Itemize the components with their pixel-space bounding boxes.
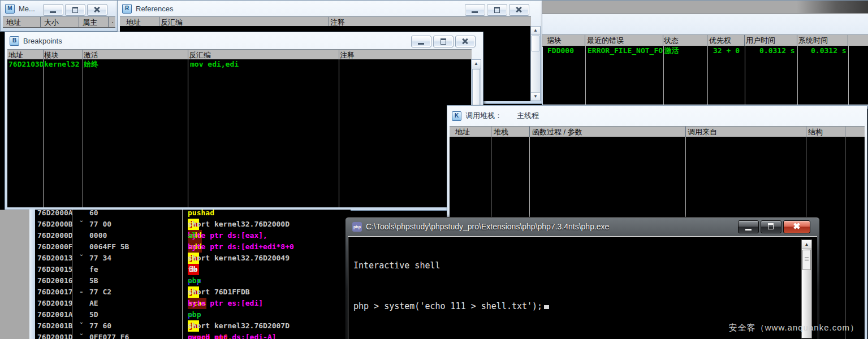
column-header[interactable]: 堆栈 <box>494 127 508 137</box>
call-stack-thread-name: 主线程 <box>517 111 539 121</box>
column-header[interactable]: 优先权 <box>709 36 731 46</box>
table-cell: 始终 <box>84 60 98 69</box>
table-row[interactable]: FDD000ERROR_FILE_NOT_FO激活32 + 00.0312 s0… <box>543 46 868 55</box>
table-cell: ERROR_FILE_NOT_FO <box>588 46 663 55</box>
call-stack-window-title: 调用堆栈： <box>465 111 502 121</box>
column-divider <box>685 127 686 137</box>
column-header[interactable]: 函数过程 / 参数 <box>532 127 582 137</box>
disasm-address: 76D2001B <box>37 320 73 332</box>
column-divider <box>845 127 845 137</box>
disasm-address: 76D2000B <box>37 219 73 230</box>
column-header[interactable]: 最近的错误 <box>587 36 624 46</box>
references-scrollbar[interactable]: ▲ ▼ <box>530 26 541 101</box>
column-header[interactable]: 结构 <box>808 127 823 137</box>
maximize-button[interactable] <box>65 4 85 16</box>
scrollbar-thumb[interactable] <box>472 69 480 110</box>
disasm-row[interactable]: 76D20017-77 C2ja short 76D1FFDB <box>35 286 351 298</box>
column-divider <box>707 35 707 46</box>
disasm-address: 76D20016 <box>37 275 73 286</box>
scroll-up-icon[interactable]: ▲ <box>802 240 811 249</box>
minimize-button[interactable] <box>738 220 759 233</box>
column-header[interactable]: 地址 <box>455 127 470 137</box>
maximize-button[interactable] <box>487 4 507 16</box>
scroll-up-icon[interactable]: ▲ <box>472 60 481 68</box>
disasm-row[interactable]: 76D2000Bˇ77 00ja short kernel32.76D2000D <box>35 219 351 230</box>
references-window-title: References <box>136 5 173 13</box>
column-header[interactable]: 调用来自 <box>688 127 717 137</box>
jump-direction-mark: ˇ <box>79 219 84 230</box>
threads-content[interactable]: FDD000ERROR_FILE_NOT_FO激活32 + 00.0312 s0… <box>543 46 868 105</box>
console-output: Interactive shell php > system('echo 111… <box>353 240 797 332</box>
disasm-row[interactable]: 76D2001Dˇ0FE077 F6pavgb mm6,qword ptr ds… <box>35 332 351 339</box>
column-header[interactable]: 属主 <box>83 18 97 28</box>
table-row[interactable]: 76D2103Dkernel32始终mov edi,edi <box>7 60 472 69</box>
close-button[interactable] <box>783 220 810 233</box>
disasm-row[interactable]: 76D2000F0064FF 5Badd byte ptr ds:[edi+ed… <box>35 241 351 253</box>
maximize-icon <box>72 7 78 13</box>
disasm-hexdump: 60 <box>89 210 98 219</box>
table-cell: FDD000 <box>547 46 574 55</box>
maximize-button[interactable] <box>761 220 781 233</box>
column-header[interactable]: 大小 <box>44 18 59 28</box>
references-window-controls <box>465 4 529 16</box>
disasm-row[interactable]: 76D2001A5Dpop ebp <box>35 309 351 320</box>
console-prompt-line[interactable]: php > system('echo 111 > shell.txt'); <box>353 301 797 311</box>
scrollbar-thumb[interactable] <box>802 250 811 270</box>
disasm-hexdump: 5D <box>89 309 98 320</box>
close-icon <box>96 6 98 13</box>
column-divider <box>40 17 41 27</box>
column-header[interactable]: 用户时间 <box>746 36 775 46</box>
column-divider <box>663 35 663 46</box>
close-button[interactable] <box>87 4 107 16</box>
minimize-button[interactable] <box>43 4 63 16</box>
instruction-token: byte ptr es:[edi] <box>188 298 263 309</box>
scroll-down-icon[interactable]: ▼ <box>531 92 540 101</box>
minimize-button[interactable] <box>465 4 485 16</box>
column-divider <box>585 35 585 46</box>
table-cell: 激活 <box>664 46 679 55</box>
scroll-up-icon[interactable]: ▲ <box>531 27 540 35</box>
breakpoints-window: B Breakpoints 地址模块激活反汇编注释 76D2103Dkernel… <box>5 32 483 211</box>
disasm-row[interactable]: 76D2001Bˇ77 60ja short kernel32.76D2007D <box>35 320 351 332</box>
maximize-button[interactable] <box>433 36 454 47</box>
table-cell: kernel32 <box>44 60 80 69</box>
disassembly-view[interactable]: 76D2000A60pushad76D2000Bˇ77 00ja short k… <box>35 210 351 339</box>
minimize-icon <box>745 229 752 231</box>
column-header[interactable]: 状态 <box>664 36 679 46</box>
disasm-row[interactable]: 76D2000D0000add byte ptr ds:[eax],al <box>35 230 351 241</box>
disasm-hexdump: 77 60 <box>89 320 111 332</box>
references-window-icon: R <box>122 4 132 14</box>
instruction-token: short 76D1FFDB <box>188 286 250 298</box>
call-stack-window-titlebar[interactable]: K 调用堆栈： 主线程 <box>447 106 867 126</box>
memory-window-controls <box>43 4 107 16</box>
instruction-token: al <box>188 230 197 241</box>
disasm-address: 76D2000F <box>37 241 73 253</box>
disasm-row[interactable]: 76D200165Bpop ebx <box>35 275 351 286</box>
debugger-desktop: { "watermark": "安全客（www.anquanke.com）", … <box>0 0 868 339</box>
cpu-window-border <box>29 210 35 339</box>
disasm-row[interactable]: 76D20013ˇ77 34ja short kernel32.76D20049 <box>35 253 351 264</box>
column-header[interactable]: · <box>111 18 114 26</box>
column-header[interactable]: 系统时间 <box>798 36 828 46</box>
disasm-row[interactable]: 76D20019AEscas byte ptr es:[edi] <box>35 298 351 309</box>
minimize-icon <box>472 11 478 13</box>
column-divider <box>797 35 797 46</box>
breakpoints-window-icon: B <box>10 36 19 46</box>
disasm-hexdump: 77 C2 <box>89 286 111 298</box>
minimize-button[interactable] <box>411 36 431 47</box>
column-header[interactable]: 据块 <box>547 36 562 46</box>
console-window-title[interactable]: C:\Tools\phpstudy\phpstudy_pro\Extension… <box>366 222 740 231</box>
column-divider <box>845 137 845 339</box>
disasm-address: 76D20013 <box>37 253 73 264</box>
disasm-row[interactable]: 76D2000A60pushad <box>35 210 351 219</box>
close-button[interactable] <box>455 36 476 47</box>
disasm-row[interactable]: 76D20015fedb fe <box>35 264 351 275</box>
scrollbar-thumb[interactable] <box>532 36 539 51</box>
column-header[interactable]: 地址 <box>6 18 21 28</box>
breakpoints-content[interactable]: 76D2103Dkernel32始终mov edi,edi <box>7 59 472 207</box>
column-divider <box>79 17 79 27</box>
threads-window: 据块最近的错误状态优先权用户时间系统时间 FDD000ERROR_FILE_NO… <box>542 0 868 109</box>
close-button[interactable] <box>509 4 529 16</box>
instruction-token: ebx <box>188 275 201 286</box>
threads-column-headers: 据块最近的错误状态优先权用户时间系统时间 <box>542 34 868 47</box>
